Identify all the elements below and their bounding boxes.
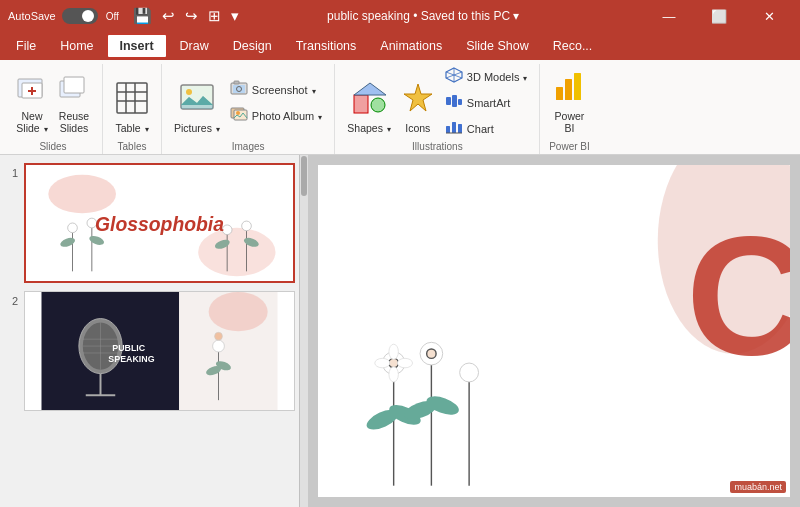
chart-button[interactable]: Chart [441, 118, 532, 140]
more-icon[interactable]: ▾ [231, 7, 239, 25]
slide-panel[interactable]: 1 [0, 155, 300, 507]
svg-rect-14 [234, 81, 239, 84]
svg-rect-37 [574, 73, 581, 100]
watermark: muabán.net [730, 481, 786, 493]
slides-group-label: Slides [12, 141, 94, 154]
panel-scrollbar[interactable] [300, 155, 308, 507]
new-slide-button[interactable]: NewSlide ▾ [12, 69, 52, 137]
3d-models-button[interactable]: 3D Models ▾ [441, 66, 532, 88]
photo-album-button[interactable]: Photo Album ▾ [226, 105, 326, 127]
svg-rect-32 [452, 122, 456, 133]
svg-text:C: C [686, 200, 790, 390]
autosave-label: AutoSave [8, 10, 56, 22]
chart-icon [445, 119, 463, 139]
svg-point-86 [389, 344, 398, 359]
3d-smartart-chart-col: 3D Models ▾ SmartArt [441, 69, 532, 137]
svg-text:Glossophobia: Glossophobia [95, 214, 224, 235]
main-area: 1 [0, 155, 800, 507]
reuse-slides-label: ReuseSlides [59, 110, 89, 135]
close-button[interactable]: ✕ [746, 0, 792, 32]
undo-icon[interactable]: ↩ [162, 7, 175, 25]
save-icon[interactable]: 💾 [133, 7, 152, 25]
svg-point-84 [427, 349, 436, 358]
ribbon-group-tables: Table ▾ Tables [103, 64, 162, 154]
menu-slideshow[interactable]: Slide Show [454, 33, 541, 59]
ribbon-group-tables-content: Table ▾ [111, 66, 153, 141]
screenshot-button[interactable]: Screenshot ▾ [226, 79, 326, 101]
customize-icon[interactable]: ⊞ [208, 7, 221, 25]
powerbi-group-label: Power BI [548, 141, 590, 154]
screenshot-label: Screenshot ▾ [252, 84, 316, 96]
svg-point-44 [59, 236, 76, 249]
svg-point-70 [209, 292, 268, 331]
slide-image-2[interactable]: PUBLIC SPEAKING [24, 291, 295, 411]
svg-rect-6 [117, 83, 147, 113]
redo-icon[interactable]: ↪ [185, 7, 198, 25]
slide1-svg: Glossophobia [26, 165, 293, 281]
smartart-label: SmartArt [467, 97, 510, 109]
svg-rect-20 [354, 95, 368, 113]
menu-draw[interactable]: Draw [168, 33, 221, 59]
powerbi-label: PowerBI [555, 110, 585, 135]
autosave-toggle[interactable] [62, 8, 98, 24]
ribbon: NewSlide ▾ ReuseSlides Slides [0, 60, 800, 155]
maximize-button[interactable]: ⬜ [696, 0, 742, 32]
scroll-thumb[interactable] [301, 156, 307, 196]
minimize-button[interactable]: — [646, 0, 692, 32]
reuse-slides-icon [58, 75, 90, 108]
photo-album-icon [230, 106, 248, 126]
table-button[interactable]: Table ▾ [111, 69, 153, 137]
ribbon-group-images: Pictures ▾ Screenshot ▾ [162, 64, 335, 154]
svg-point-85 [460, 363, 479, 382]
svg-point-89 [397, 358, 412, 367]
menu-insert[interactable]: Insert [106, 33, 168, 59]
slide-thumb-2[interactable]: 2 [4, 291, 295, 411]
svg-rect-29 [452, 95, 457, 107]
menu-bar: File Home Insert Draw Design Transitions… [0, 32, 800, 60]
menu-home[interactable]: Home [48, 33, 105, 59]
ribbon-group-slides: NewSlide ▾ ReuseSlides Slides [4, 64, 103, 154]
title-dropdown-btn[interactable]: ▾ [513, 9, 519, 23]
menu-record[interactable]: Reco... [541, 33, 605, 59]
ribbon-group-illustrations: Shapes ▾ Icons [335, 64, 540, 154]
3d-models-icon [445, 67, 463, 87]
photo-album-label: Photo Album ▾ [252, 110, 322, 122]
smartart-button[interactable]: SmartArt [441, 92, 532, 114]
menu-design[interactable]: Design [221, 33, 284, 59]
reuse-slides-button[interactable]: ReuseSlides [54, 69, 94, 137]
icons-label: Icons [405, 122, 430, 135]
menu-animations[interactable]: Animations [368, 33, 454, 59]
toggle-knob [82, 10, 94, 22]
title-bar-quick-access: 💾 ↩ ↪ ⊞ ▾ [133, 7, 239, 25]
document-title: public speaking • Saved to this PC ▾ [239, 9, 608, 23]
slide-num-1: 1 [4, 167, 18, 179]
shapes-button[interactable]: Shapes ▾ [343, 69, 395, 137]
window-controls: — ⬜ ✕ [608, 0, 792, 32]
slide-thumb-1[interactable]: 1 [4, 163, 295, 283]
svg-marker-23 [404, 84, 432, 111]
svg-text:SPEAKING: SPEAKING [108, 354, 154, 364]
ribbon-group-images-content: Pictures ▾ Screenshot ▾ [170, 66, 326, 141]
tables-group-label: Tables [111, 141, 153, 154]
title-text: public speaking • Saved to this PC [327, 9, 510, 23]
main-slide-canvas[interactable]: C [318, 165, 790, 497]
svg-rect-30 [458, 99, 462, 105]
pictures-label: Pictures ▾ [174, 122, 220, 135]
title-bar-left: AutoSave Off 💾 ↩ ↪ ⊞ ▾ [8, 7, 239, 25]
svg-point-68 [213, 340, 225, 352]
svg-point-87 [389, 367, 398, 382]
slide-num-2: 2 [4, 295, 18, 307]
icons-button[interactable]: Icons [397, 69, 439, 137]
svg-point-19 [236, 111, 240, 115]
new-slide-icon [16, 75, 48, 108]
powerbi-icon [552, 69, 586, 108]
new-slide-label: NewSlide ▾ [16, 110, 47, 135]
powerbi-button[interactable]: PowerBI [548, 69, 590, 137]
pictures-button[interactable]: Pictures ▾ [170, 69, 224, 137]
menu-file[interactable]: File [4, 33, 48, 59]
screenshot-icon [230, 80, 248, 100]
screenshot-photoalbum-col: Screenshot ▾ Photo Album ▾ [226, 69, 326, 137]
slide-image-1[interactable]: Glossophobia [24, 163, 295, 283]
menu-transitions[interactable]: Transitions [284, 33, 369, 59]
svg-text:PUBLIC: PUBLIC [112, 343, 146, 353]
